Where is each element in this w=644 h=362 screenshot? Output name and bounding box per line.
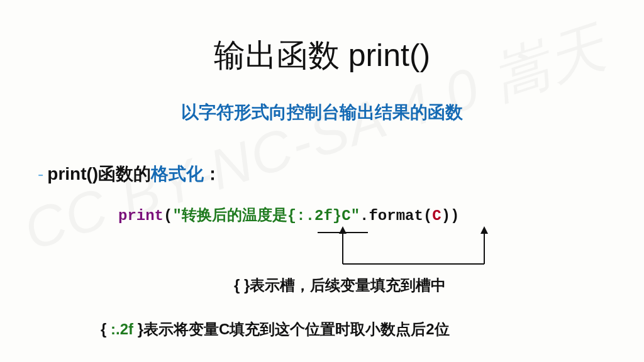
code-quote1: " <box>172 207 181 224</box>
note1-brace-l: { <box>234 277 244 293</box>
heading-colon: ： <box>204 164 221 184</box>
section-heading: -print()函数的格式化： <box>38 162 221 186</box>
heading-format-word: 格式化 <box>151 164 204 184</box>
note2-brace-r: } <box>133 321 143 337</box>
heading-pre: print()函数的 <box>47 164 151 184</box>
code-func: print <box>118 207 164 224</box>
code-lparen2: ( <box>423 207 432 224</box>
code-arg: C <box>432 207 441 224</box>
annotation-arrow <box>318 226 506 277</box>
note2-brace-l: { <box>101 321 111 337</box>
code-string: 转换后的温度是 <box>182 207 287 224</box>
code-lparen1: ( <box>164 207 172 224</box>
dash-mark: - <box>38 164 43 184</box>
code-example: print("转换后的温度是{:.2f}C".format(C)) <box>118 205 460 225</box>
code-slot-body: :.2f <box>296 207 333 224</box>
note2-token: :.2f <box>111 321 133 337</box>
note2-text: 表示将变量C填充到这个位置时取小数点后2位 <box>143 321 450 337</box>
code-slot-close: } <box>333 207 341 224</box>
svg-marker-2 <box>339 226 347 234</box>
code-method: .format <box>360 207 423 224</box>
code-rparen1: ) <box>450 207 459 224</box>
code-rparen2: ) <box>441 207 450 224</box>
note-slot: { }表示槽，后续变量填充到槽中 <box>234 275 446 295</box>
subtitle: 以字符形式向控制台输出结果的函数 <box>0 101 644 124</box>
code-quote2: " <box>351 207 360 224</box>
note1-text: 表示槽，后续变量填充到槽中 <box>250 277 446 293</box>
code-slot-open: { <box>287 207 296 224</box>
code-string-tail: C <box>341 207 350 224</box>
page-title: 输出函数 print() <box>0 35 644 77</box>
note-format-spec: { :.2f }表示将变量C填充到这个位置时取小数点后2位 <box>101 319 450 339</box>
svg-marker-5 <box>480 226 488 234</box>
note1-brace-r: } <box>244 277 250 293</box>
